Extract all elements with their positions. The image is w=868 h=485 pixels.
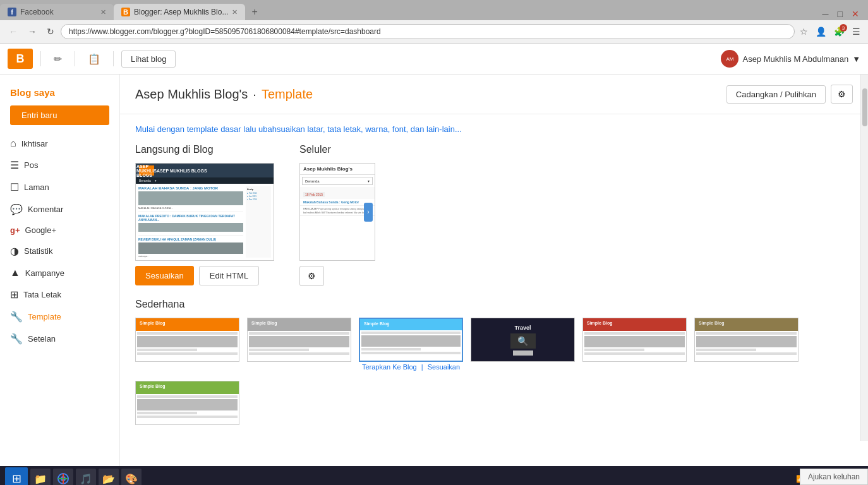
tr11 — [584, 349, 644, 351]
tab-facebook[interactable]: f Facebook ✕ — [0, 4, 114, 20]
edit-html-button[interactable]: Edit HTML — [199, 266, 259, 285]
user-avatar: AM — [721, 50, 738, 68]
tab-blogger[interactable]: B Blogger: Asep Mukhlis Blo... ✕ — [114, 4, 245, 20]
nav-bar: ← → ↻ ☆ 👤 🧩 3 ☰ — [0, 20, 868, 44]
manage-button[interactable]: 📋 — [83, 51, 105, 68]
sesuaikan-thumb-link[interactable]: Sesuaikan — [428, 363, 460, 371]
taskbar-folder[interactable]: 📂 — [99, 469, 119, 485]
sidebar-blog-link[interactable]: Blog saya — [0, 82, 119, 103]
sidebar-item-komentar[interactable]: 💬 Komentar — [0, 198, 119, 220]
template-item-orange[interactable]: Simple Blog — [135, 318, 239, 371]
sidebar-item-pos[interactable]: ☰ Pos — [0, 154, 119, 176]
new-post-button[interactable]: Entri baru — [10, 105, 109, 125]
ti2 — [249, 336, 349, 347]
maximize-button[interactable]: □ — [834, 8, 847, 20]
sidebar-item-kampanye[interactable]: ▲ Kampanye — [0, 262, 119, 284]
sidebar-item-statistik[interactable]: ◑ Statistik — [0, 240, 119, 262]
sidebar-item-laman[interactable]: ☐ Laman — [0, 176, 119, 198]
edit-post-button[interactable]: ✏ — [49, 51, 67, 68]
template-item-red[interactable]: Simple Blog — [582, 318, 687, 371]
start-button[interactable]: ⊞ — [5, 467, 28, 485]
home-icon: ⌂ — [10, 138, 16, 149]
template-thumb-gray: Simple Blog — [247, 318, 351, 362]
template-label-3: Simple Blog — [364, 321, 389, 326]
sidebar-kampanye-label: Kampanye — [25, 268, 64, 278]
template-content-2 — [248, 331, 351, 361]
nav-right: ☆ 👤 🧩 3 ☰ — [797, 24, 863, 39]
komentar-icon: 💬 — [10, 203, 23, 215]
backup-button[interactable]: Cadangkan / Pulihkan — [726, 85, 826, 104]
browser-chrome: f Facebook ✕ B Blogger: Asep Mukhlis Blo… — [0, 0, 868, 44]
template-thumb-red: Simple Blog — [582, 318, 687, 362]
content-area: Asep Mukhlis Blog's · Template Cadangkan… — [120, 75, 868, 466]
sesuaikan-button[interactable]: Sesuaikan — [135, 266, 194, 285]
new-tab-button[interactable]: + — [245, 4, 263, 20]
extensions-button[interactable]: 🧩 3 — [831, 24, 847, 39]
terapkan-link[interactable]: Terapkan Ke Blog — [362, 363, 417, 371]
sidebar-item-setelan[interactable]: 🔧 Setelan — [0, 328, 119, 350]
complaint-button[interactable]: Ajukan keluhan — [800, 469, 868, 485]
blogger-logo[interactable]: B — [8, 49, 33, 69]
template-label-5: Simple Blog — [587, 321, 612, 325]
scrollbar[interactable] — [860, 75, 868, 441]
template-item-green[interactable]: Simple Blog — [135, 381, 239, 425]
minimize-button[interactable]: ─ — [819, 8, 833, 20]
tr15 — [696, 352, 797, 355]
content-header: Asep Mukhlis Blog's · Template Cadangkan… — [120, 75, 868, 114]
tr3 — [137, 352, 238, 355]
taskbar-file-manager[interactable]: 📁 — [30, 469, 51, 485]
langsung-title: Langsung di Blog — [135, 144, 274, 155]
view-blog-button[interactable]: Lihat blog — [121, 51, 176, 68]
tr5 — [249, 349, 309, 351]
template-item-gray[interactable]: Simple Blog — [247, 318, 351, 371]
sidebar-item-tata-letak[interactable]: ⊞ Tata Letak — [0, 284, 119, 306]
sidebar-setelan-label: Setelan — [28, 334, 56, 344]
profile-icon-button[interactable]: 👤 — [813, 24, 829, 39]
langsung-section: Langsung di Blog ASEPMUKHLISBLOGS ASEP M… — [135, 144, 274, 286]
refresh-button[interactable]: ↻ — [43, 24, 58, 39]
terapkan-sep: | — [421, 363, 423, 371]
sidebar-google-plus-label: Google+ — [25, 225, 57, 235]
tab-blogger-close[interactable]: ✕ — [232, 8, 238, 16]
sidebar-item-template[interactable]: 🔧 Template — [0, 306, 119, 328]
address-bar[interactable] — [61, 24, 795, 39]
taskbar-chrome[interactable] — [53, 469, 73, 485]
template-icon: 🔧 — [10, 311, 23, 323]
mobile-settings-button[interactable]: ⚙ — [299, 266, 324, 286]
taskbar-media[interactable]: 🎵 — [76, 469, 96, 485]
bookmark-button[interactable]: ☆ — [797, 24, 811, 39]
sidebar-item-ikhtisar[interactable]: ⌂ Ikhtisar — [0, 133, 119, 154]
sidebar-tata-letak-label: Tata Letak — [23, 290, 61, 299]
toolbar-separator-3 — [113, 51, 114, 66]
ti6 — [696, 336, 797, 347]
mobile-blog-title: Asep Mukhlis Blog's — [303, 166, 371, 172]
toolbar-right: AM Asep Mukhlis M Abdulmanan ▼ — [721, 50, 860, 68]
template-item-dark[interactable]: Travel 🔍 — [471, 318, 575, 371]
tr6 — [249, 352, 349, 355]
sidebar-statistik-label: Statistik — [24, 246, 53, 256]
close-button[interactable]: ✕ — [848, 8, 863, 20]
ti1 — [137, 336, 238, 347]
settings-button[interactable]: ⚙ — [831, 85, 853, 104]
template-item-olive[interactable]: Simple Blog — [694, 318, 799, 371]
sidebar-item-google-plus[interactable]: g+ Google+ — [0, 220, 119, 240]
template-content-5 — [583, 331, 686, 361]
google-plus-icon: g+ — [10, 225, 20, 235]
windows-taskbar: ⊞ 📁 🎵 📂 🎨 📶 🔊 🔔 5:43 AM — [0, 466, 868, 485]
ti7 — [137, 399, 238, 410]
template-content-1 — [136, 331, 239, 361]
back-button[interactable]: ← — [5, 24, 21, 39]
user-name-label[interactable]: Asep Mukhlis M Abdulmanan — [742, 54, 848, 64]
template-item-blue[interactable]: Simple Blog Terapkan Ke Blog | Ses — [359, 318, 463, 371]
template-label-1: Simple Blog — [140, 321, 165, 325]
tab-facebook-close[interactable]: ✕ — [100, 8, 106, 16]
sections-row: Langsung di Blog ASEPMUKHLISBLOGS ASEP M… — [135, 144, 853, 286]
mobile-preview: Asep Mukhlis Blog's Beranda ▾ 18 Feb 201… — [299, 163, 375, 261]
menu-button[interactable]: ☰ — [850, 24, 863, 39]
laman-icon: ☐ — [10, 181, 19, 193]
user-dropdown-icon[interactable]: ▼ — [852, 54, 860, 64]
forward-button[interactable]: → — [24, 24, 40, 39]
sederhana-title: Sederhana — [135, 299, 853, 310]
taskbar-paint[interactable]: 🎨 — [121, 469, 142, 485]
scroll-thumb[interactable] — [862, 88, 867, 126]
